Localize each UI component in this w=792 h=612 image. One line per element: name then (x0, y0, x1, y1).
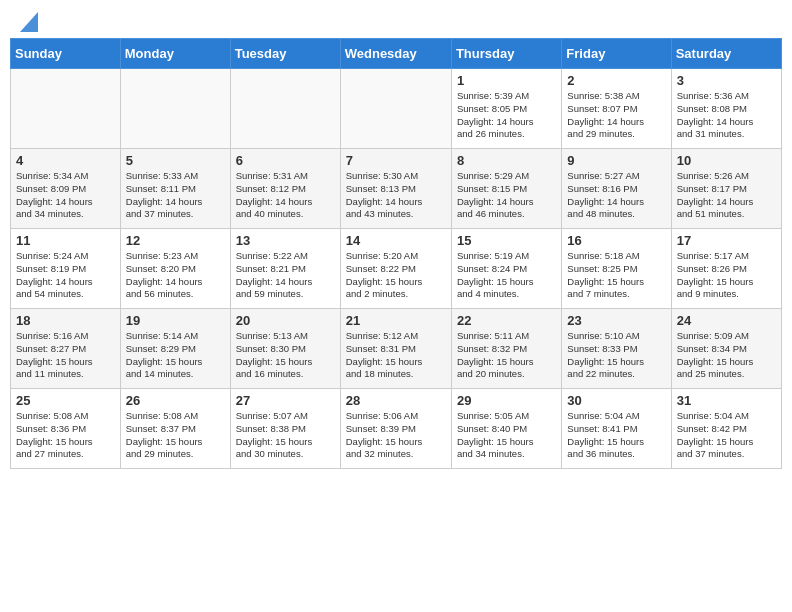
day-info: Sunrise: 5:24 AM Sunset: 8:19 PM Dayligh… (16, 250, 115, 301)
page-header (10, 10, 782, 30)
day-number: 29 (457, 393, 556, 408)
day-number: 10 (677, 153, 776, 168)
day-info: Sunrise: 5:13 AM Sunset: 8:30 PM Dayligh… (236, 330, 335, 381)
day-info: Sunrise: 5:12 AM Sunset: 8:31 PM Dayligh… (346, 330, 446, 381)
calendar-day-header: Sunday (11, 39, 121, 69)
day-number: 23 (567, 313, 665, 328)
day-info: Sunrise: 5:36 AM Sunset: 8:08 PM Dayligh… (677, 90, 776, 141)
calendar-cell: 6Sunrise: 5:31 AM Sunset: 8:12 PM Daylig… (230, 149, 340, 229)
day-info: Sunrise: 5:39 AM Sunset: 8:05 PM Dayligh… (457, 90, 556, 141)
calendar-cell: 20Sunrise: 5:13 AM Sunset: 8:30 PM Dayli… (230, 309, 340, 389)
day-info: Sunrise: 5:22 AM Sunset: 8:21 PM Dayligh… (236, 250, 335, 301)
calendar-table: SundayMondayTuesdayWednesdayThursdayFrid… (10, 38, 782, 469)
day-number: 14 (346, 233, 446, 248)
calendar-cell: 15Sunrise: 5:19 AM Sunset: 8:24 PM Dayli… (451, 229, 561, 309)
calendar-cell: 12Sunrise: 5:23 AM Sunset: 8:20 PM Dayli… (120, 229, 230, 309)
day-info: Sunrise: 5:17 AM Sunset: 8:26 PM Dayligh… (677, 250, 776, 301)
day-number: 6 (236, 153, 335, 168)
day-number: 18 (16, 313, 115, 328)
calendar-day-header: Tuesday (230, 39, 340, 69)
day-number: 12 (126, 233, 225, 248)
day-info: Sunrise: 5:34 AM Sunset: 8:09 PM Dayligh… (16, 170, 115, 221)
calendar-cell: 21Sunrise: 5:12 AM Sunset: 8:31 PM Dayli… (340, 309, 451, 389)
calendar-cell: 25Sunrise: 5:08 AM Sunset: 8:36 PM Dayli… (11, 389, 121, 469)
calendar-cell: 18Sunrise: 5:16 AM Sunset: 8:27 PM Dayli… (11, 309, 121, 389)
calendar-day-header: Thursday (451, 39, 561, 69)
calendar-day-header: Saturday (671, 39, 781, 69)
calendar-cell (340, 69, 451, 149)
day-info: Sunrise: 5:29 AM Sunset: 8:15 PM Dayligh… (457, 170, 556, 221)
day-number: 15 (457, 233, 556, 248)
calendar-cell: 11Sunrise: 5:24 AM Sunset: 8:19 PM Dayli… (11, 229, 121, 309)
day-info: Sunrise: 5:10 AM Sunset: 8:33 PM Dayligh… (567, 330, 665, 381)
day-info: Sunrise: 5:31 AM Sunset: 8:12 PM Dayligh… (236, 170, 335, 221)
calendar-cell (11, 69, 121, 149)
calendar-cell: 29Sunrise: 5:05 AM Sunset: 8:40 PM Dayli… (451, 389, 561, 469)
day-info: Sunrise: 5:08 AM Sunset: 8:36 PM Dayligh… (16, 410, 115, 461)
calendar-cell: 5Sunrise: 5:33 AM Sunset: 8:11 PM Daylig… (120, 149, 230, 229)
calendar-cell: 31Sunrise: 5:04 AM Sunset: 8:42 PM Dayli… (671, 389, 781, 469)
day-info: Sunrise: 5:09 AM Sunset: 8:34 PM Dayligh… (677, 330, 776, 381)
day-info: Sunrise: 5:04 AM Sunset: 8:42 PM Dayligh… (677, 410, 776, 461)
calendar-cell: 16Sunrise: 5:18 AM Sunset: 8:25 PM Dayli… (562, 229, 671, 309)
day-number: 31 (677, 393, 776, 408)
day-number: 24 (677, 313, 776, 328)
day-number: 22 (457, 313, 556, 328)
calendar-cell: 19Sunrise: 5:14 AM Sunset: 8:29 PM Dayli… (120, 309, 230, 389)
calendar-cell: 17Sunrise: 5:17 AM Sunset: 8:26 PM Dayli… (671, 229, 781, 309)
calendar-cell: 2Sunrise: 5:38 AM Sunset: 8:07 PM Daylig… (562, 69, 671, 149)
day-number: 11 (16, 233, 115, 248)
day-info: Sunrise: 5:19 AM Sunset: 8:24 PM Dayligh… (457, 250, 556, 301)
day-info: Sunrise: 5:26 AM Sunset: 8:17 PM Dayligh… (677, 170, 776, 221)
day-number: 30 (567, 393, 665, 408)
calendar-cell: 27Sunrise: 5:07 AM Sunset: 8:38 PM Dayli… (230, 389, 340, 469)
calendar-cell: 7Sunrise: 5:30 AM Sunset: 8:13 PM Daylig… (340, 149, 451, 229)
day-info: Sunrise: 5:06 AM Sunset: 8:39 PM Dayligh… (346, 410, 446, 461)
day-info: Sunrise: 5:07 AM Sunset: 8:38 PM Dayligh… (236, 410, 335, 461)
calendar-cell: 3Sunrise: 5:36 AM Sunset: 8:08 PM Daylig… (671, 69, 781, 149)
day-number: 13 (236, 233, 335, 248)
day-number: 28 (346, 393, 446, 408)
day-info: Sunrise: 5:20 AM Sunset: 8:22 PM Dayligh… (346, 250, 446, 301)
calendar-day-header: Monday (120, 39, 230, 69)
day-info: Sunrise: 5:18 AM Sunset: 8:25 PM Dayligh… (567, 250, 665, 301)
calendar-cell: 28Sunrise: 5:06 AM Sunset: 8:39 PM Dayli… (340, 389, 451, 469)
calendar-cell: 1Sunrise: 5:39 AM Sunset: 8:05 PM Daylig… (451, 69, 561, 149)
day-number: 19 (126, 313, 225, 328)
day-number: 27 (236, 393, 335, 408)
day-number: 3 (677, 73, 776, 88)
day-number: 25 (16, 393, 115, 408)
calendar-week-row: 11Sunrise: 5:24 AM Sunset: 8:19 PM Dayli… (11, 229, 782, 309)
calendar-week-row: 18Sunrise: 5:16 AM Sunset: 8:27 PM Dayli… (11, 309, 782, 389)
calendar-cell: 13Sunrise: 5:22 AM Sunset: 8:21 PM Dayli… (230, 229, 340, 309)
day-number: 21 (346, 313, 446, 328)
day-number: 16 (567, 233, 665, 248)
calendar-cell: 23Sunrise: 5:10 AM Sunset: 8:33 PM Dayli… (562, 309, 671, 389)
calendar-cell (230, 69, 340, 149)
day-number: 20 (236, 313, 335, 328)
day-number: 2 (567, 73, 665, 88)
day-info: Sunrise: 5:05 AM Sunset: 8:40 PM Dayligh… (457, 410, 556, 461)
day-info: Sunrise: 5:33 AM Sunset: 8:11 PM Dayligh… (126, 170, 225, 221)
calendar-cell: 4Sunrise: 5:34 AM Sunset: 8:09 PM Daylig… (11, 149, 121, 229)
day-info: Sunrise: 5:14 AM Sunset: 8:29 PM Dayligh… (126, 330, 225, 381)
day-number: 8 (457, 153, 556, 168)
svg-marker-0 (20, 12, 38, 32)
calendar-cell: 22Sunrise: 5:11 AM Sunset: 8:32 PM Dayli… (451, 309, 561, 389)
day-number: 4 (16, 153, 115, 168)
calendar-cell: 9Sunrise: 5:27 AM Sunset: 8:16 PM Daylig… (562, 149, 671, 229)
day-number: 1 (457, 73, 556, 88)
day-number: 9 (567, 153, 665, 168)
calendar-cell: 14Sunrise: 5:20 AM Sunset: 8:22 PM Dayli… (340, 229, 451, 309)
day-info: Sunrise: 5:11 AM Sunset: 8:32 PM Dayligh… (457, 330, 556, 381)
calendar-week-row: 4Sunrise: 5:34 AM Sunset: 8:09 PM Daylig… (11, 149, 782, 229)
day-number: 17 (677, 233, 776, 248)
day-number: 7 (346, 153, 446, 168)
calendar-day-header: Wednesday (340, 39, 451, 69)
day-info: Sunrise: 5:23 AM Sunset: 8:20 PM Dayligh… (126, 250, 225, 301)
day-info: Sunrise: 5:16 AM Sunset: 8:27 PM Dayligh… (16, 330, 115, 381)
day-number: 26 (126, 393, 225, 408)
day-info: Sunrise: 5:38 AM Sunset: 8:07 PM Dayligh… (567, 90, 665, 141)
logo (18, 14, 38, 26)
calendar-cell: 10Sunrise: 5:26 AM Sunset: 8:17 PM Dayli… (671, 149, 781, 229)
